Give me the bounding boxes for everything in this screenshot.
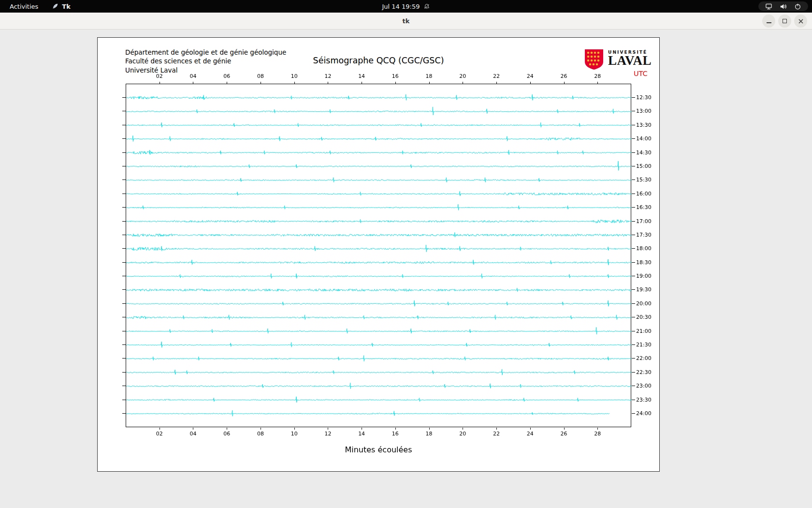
bell-muted-icon (423, 3, 430, 10)
time-label: 19:30 (636, 287, 652, 292)
x-tick-label-bottom: 26 (556, 431, 572, 436)
x-tick-label-top: 10 (286, 74, 303, 79)
trace-tick-right (632, 331, 635, 331)
trace-tick-right (632, 111, 635, 111)
x-tick-label-top: 28 (589, 74, 606, 79)
trace-tick-left (122, 166, 126, 166)
trace-tick-right (632, 413, 635, 414)
time-label: 13:00 (636, 108, 652, 114)
trace-tick-right (632, 221, 635, 222)
time-label: 23:30 (636, 397, 652, 403)
minimize-button[interactable] (762, 15, 775, 28)
x-tick-label-bottom: 06 (218, 431, 235, 436)
trace-tick-left (122, 331, 126, 331)
trace-tick-left (122, 262, 126, 263)
x-tick-label-top: 24 (522, 74, 538, 79)
universite-laval-logo: UNIVERSITÉ LAVAL (584, 48, 652, 71)
time-label: 13:30 (636, 122, 652, 128)
trace-tick-right (632, 97, 635, 98)
trace-tick-right (632, 303, 635, 304)
x-tick-mark-bottom (429, 428, 430, 430)
x-tick-mark-bottom (227, 428, 227, 430)
time-label: 18:00 (636, 246, 652, 251)
seismograph-figure: Département de géologie et de génie géol… (97, 37, 660, 472)
trace-tick-left (122, 386, 126, 386)
trace-tick-right (632, 235, 635, 235)
x-tick-label-top: 14 (353, 74, 370, 79)
trace-tick-right (632, 372, 635, 373)
trace-tick-left (122, 303, 126, 304)
figure-title: Séismographe QCQ (CGC/GSC) (98, 56, 659, 65)
trace-tick-right (632, 125, 635, 125)
time-label: 23:00 (636, 383, 652, 388)
time-label: 12:30 (636, 95, 652, 100)
x-tick-mark-bottom (362, 428, 362, 430)
trace-tick-right (632, 166, 635, 166)
trace-tick-right (632, 276, 635, 276)
x-tick-label-bottom: 04 (185, 431, 201, 436)
activities-button[interactable]: Activities (7, 2, 41, 11)
trace-tick-left (122, 207, 126, 208)
trace-tick-left (122, 248, 126, 249)
maximize-button[interactable] (778, 15, 791, 28)
time-label: 20:30 (636, 314, 652, 320)
time-label: 15:00 (636, 164, 652, 169)
header-line-3: Université Laval (125, 66, 286, 75)
x-tick-mark-bottom (294, 428, 295, 430)
x-tick-mark-bottom (160, 428, 160, 430)
time-label: 15:30 (636, 177, 652, 182)
trace-tick-right (632, 152, 635, 153)
x-tick-mark-bottom (193, 428, 193, 430)
x-tick-label-bottom: 28 (589, 431, 606, 436)
minimize-icon (767, 22, 771, 23)
network-icon (765, 3, 772, 10)
x-tick-mark-bottom (597, 428, 598, 430)
x-tick-label-bottom: 02 (151, 431, 168, 436)
utc-label: UTC (634, 70, 648, 77)
trace-tick-left (122, 317, 126, 317)
maximize-icon (783, 19, 787, 23)
trace-tick-left (122, 138, 126, 139)
x-tick-mark-bottom (261, 428, 261, 430)
time-label: 14:00 (636, 136, 652, 141)
time-label: 19:00 (636, 273, 652, 279)
focused-app-indicator[interactable]: Tk (52, 3, 71, 10)
plot-area (126, 84, 631, 427)
close-icon (798, 18, 804, 24)
tk-feather-icon (52, 3, 58, 10)
x-tick-label-bottom: 12 (319, 431, 336, 436)
x-tick-label-top: 18 (421, 74, 437, 79)
trace-tick-right (632, 248, 635, 249)
time-label: 14:30 (636, 150, 652, 155)
x-tick-label-bottom: 08 (252, 431, 269, 436)
clock-menu[interactable]: Jul 14 19:59 (382, 0, 430, 13)
trace-tick-right (632, 289, 635, 290)
trace-tick-right (632, 194, 635, 194)
x-tick-mark-bottom (496, 428, 497, 430)
x-tick-label-bottom: 16 (387, 431, 404, 436)
trace-tick-left (122, 235, 126, 235)
trace-tick-right (632, 138, 635, 139)
time-label: 22:00 (636, 356, 652, 361)
close-button[interactable] (794, 15, 807, 28)
top-bar: Activities Tk Jul 14 19:59 (0, 0, 812, 13)
power-icon (794, 3, 801, 10)
x-tick-label-bottom: 18 (421, 431, 437, 436)
laval-wordmark: UNIVERSITÉ LAVAL (608, 48, 652, 67)
trace-tick-right (632, 317, 635, 317)
system-menu[interactable] (758, 1, 808, 11)
x-tick-label-top: 16 (387, 74, 404, 79)
x-tick-label-top: 22 (488, 74, 505, 79)
window-titlebar[interactable]: tk (0, 13, 812, 30)
logo-text-laval: LAVAL (608, 55, 652, 67)
trace-tick-left (122, 413, 126, 414)
x-tick-mark-bottom (564, 428, 565, 430)
x-tick-label-bottom: 14 (353, 431, 370, 436)
x-tick-label-bottom: 24 (522, 431, 538, 436)
x-tick-label-top: 20 (454, 74, 471, 79)
x-axis-title: Minutes écoulées (126, 445, 631, 454)
trace-tick-right (632, 262, 635, 263)
time-label: 21:00 (636, 329, 652, 334)
trace-tick-left (122, 358, 126, 359)
x-tick-label-top: 26 (556, 74, 572, 79)
